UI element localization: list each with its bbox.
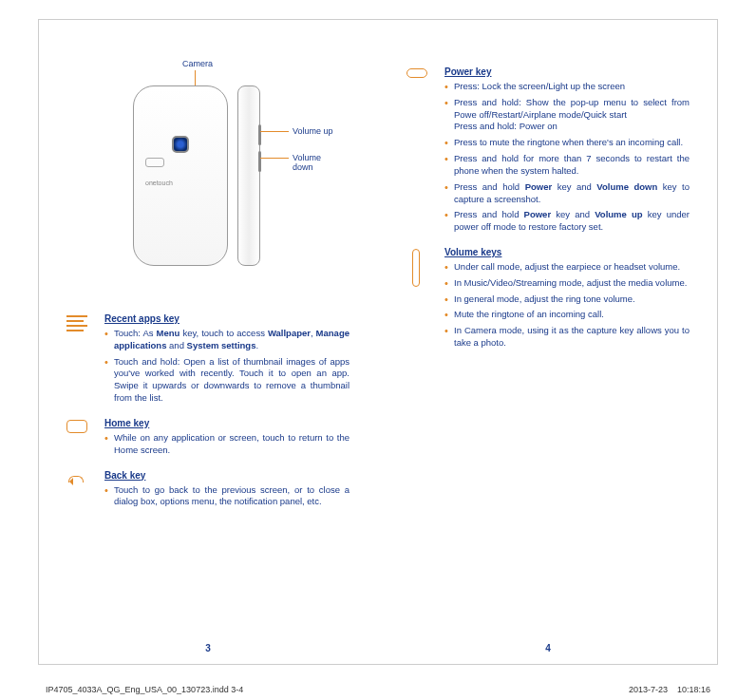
bullet-item: In Music/Video/Streaming mode, adjust th…: [444, 277, 690, 290]
section-title: Power key: [444, 66, 690, 77]
section-title: Recent apps key: [104, 313, 350, 324]
recent-apps-icon: [66, 313, 93, 408]
left-page: Camera onetouch Volume up Volume down Re…: [38, 19, 378, 665]
home-icon: [66, 418, 93, 461]
bullet-item: Press and hold for more than 7 seconds t…: [444, 153, 690, 178]
camera-icon: [172, 136, 189, 153]
footer-file: IP4705_4033A_QG_Eng_USA_00_130723.indd 3…: [46, 685, 243, 694]
bullet-item: Press and hold Power key and Volume up k…: [444, 209, 690, 234]
section-title: Volume keys: [444, 247, 690, 257]
bullet-item: Press and hold Power key and Volume down…: [444, 181, 690, 206]
bullet-item: Press and hold: Show the pop-up menu to …: [444, 97, 690, 133]
volume-icon: [406, 247, 433, 353]
right-page: Power key Press: Lock the screen/Light u…: [378, 19, 718, 665]
bullet-item: Press: Lock the screen/Light up the scre…: [444, 81, 690, 93]
section-title: Back key: [104, 470, 350, 481]
home-key-section: Home key While on any application or scr…: [66, 418, 350, 461]
bullet-item: In general mode, adjust the ring tone vo…: [444, 293, 690, 306]
volume-up-label: Volume up: [293, 126, 333, 136]
phone-diagram: Camera onetouch Volume up Volume down: [95, 57, 342, 304]
brand-label: onetouch: [145, 180, 173, 186]
phone-side-outline: [237, 85, 260, 266]
bullet-item: Under call mode, adjust the earpiece or …: [444, 261, 690, 274]
volume-down-button-graphic: [258, 151, 261, 172]
camera-label: Camera: [182, 59, 213, 68]
back-icon: [66, 470, 93, 513]
bullet-item: While on any application or screen, touc…: [104, 432, 350, 457]
section-title: Home key: [104, 418, 350, 428]
page-spread: Camera onetouch Volume up Volume down Re…: [38, 19, 718, 665]
volume-keys-section: Volume keys Under call mode, adjust the …: [406, 247, 690, 353]
page-number: 3: [205, 643, 211, 653]
bullet-item: Touch to go back to the previous screen,…: [104, 484, 350, 509]
callout-line: [260, 158, 289, 159]
volume-up-button-graphic: [258, 124, 261, 145]
speaker-icon: [145, 158, 164, 167]
bullet-item: Touch: As Menu key, touch to access Wall…: [104, 328, 350, 352]
recent-apps-section: Recent apps key Touch: As Menu key, touc…: [66, 313, 350, 408]
footer-datetime: 2013-7-23 10:18:16: [629, 685, 710, 694]
bullet-item: Press to mute the ringtone when there's …: [444, 137, 690, 149]
back-key-section: Back key Touch to go back to the previou…: [66, 470, 350, 513]
power-key-section: Power key Press: Lock the screen/Light u…: [406, 66, 690, 237]
bullet-item: Mute the ringtone of an incoming call.: [444, 309, 690, 321]
power-icon: [406, 66, 433, 237]
page-number: 4: [545, 643, 551, 653]
callout-line: [260, 131, 289, 132]
bullet-item: In Camera mode, using it as the capture …: [444, 325, 690, 350]
volume-down-label: Volume down: [293, 153, 342, 172]
print-footer: IP4705_4033A_QG_Eng_USA_00_130723.indd 3…: [46, 685, 710, 694]
bullet-item: Touch and hold: Open a list of thumbnail…: [104, 356, 350, 405]
phone-front-outline: onetouch: [133, 85, 228, 266]
